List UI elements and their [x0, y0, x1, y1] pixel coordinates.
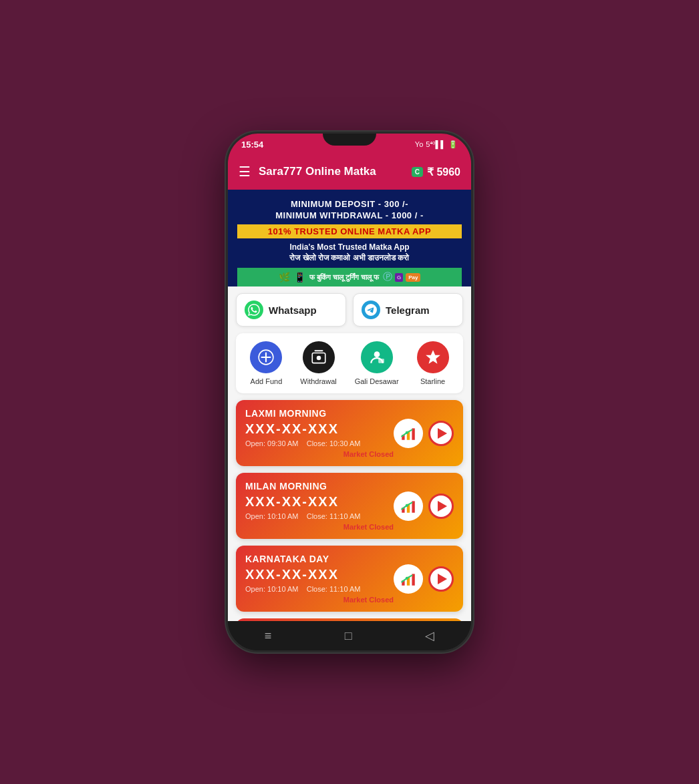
whatsapp-button[interactable]: Whatsapp	[236, 293, 346, 327]
svg-point-3	[374, 351, 380, 357]
market-name-karnataka: KARNATAKA DAY	[245, 554, 394, 564]
add-fund-icon	[250, 341, 282, 373]
gali-desawar-button[interactable]: Gali Desawar	[355, 341, 399, 385]
battery-icon: 🔋	[448, 140, 458, 149]
telegram-icon	[362, 301, 380, 319]
app-header: ☰ Sara777 Online Matka C ₹ 5960	[228, 154, 471, 190]
market-name-milan: MILAN MORNING	[245, 481, 394, 492]
banner-booking-text: फ बुकिंग चालू टुर्निंग चालू फ	[309, 273, 379, 282]
promo-banner: MINIMUM DEPOSIT - 300 /- MINIMUM WITHDRA…	[228, 190, 471, 286]
play-button-laxmi[interactable]	[428, 421, 454, 446]
market-result-karnataka: XXX-XX-XXX	[245, 567, 394, 582]
market-result-laxmi: XXX-XX-XXX	[245, 421, 394, 437]
whatsapp-icon	[245, 301, 263, 319]
paytm-icon: Pay	[406, 273, 420, 282]
banner-line2: MINIMUM WITHDRAWAL - 1000 / -	[237, 210, 462, 220]
network-icon: Yo	[415, 140, 423, 148]
market-time-milan: Open: 10:10 AM Close: 11:10 AM	[245, 512, 394, 520]
play-triangle-icon-karnataka	[438, 574, 447, 584]
phone-frame: 15:54 Yo 5⁴⁰▌▌ 🔋 ☰ Sara777 Online Matka …	[226, 132, 473, 652]
nav-back-icon[interactable]: ◁	[425, 628, 434, 643]
market-time-karnataka: Open: 10:10 AM Close: 11:10 AM	[245, 585, 394, 593]
market-status-karnataka: Market Closed	[245, 596, 394, 604]
telegram-label: Telegram	[386, 305, 430, 316]
bottom-nav: ≡ □ ◁	[228, 621, 471, 650]
whatsapp-label: Whatsapp	[269, 305, 317, 316]
market-result-milan: XXX-XX-XXX	[245, 494, 394, 510]
balance-icon: C	[412, 167, 423, 177]
payment-icons: Ⓟ G Pay	[383, 271, 420, 283]
gali-label: Gali Desawar	[355, 377, 399, 385]
telegram-button[interactable]: Telegram	[353, 293, 463, 327]
play-triangle-icon-milan	[438, 501, 447, 512]
svg-point-2	[316, 356, 321, 361]
banner-bottom: 🌿 📱 फ बुकिंग चालू टुर्निंग चालू फ Ⓟ G Pa…	[237, 268, 462, 286]
add-fund-button[interactable]: Add Fund	[250, 341, 282, 385]
chart-button-milan[interactable]	[394, 492, 423, 521]
notch	[323, 134, 376, 146]
chart-button-karnataka[interactable]	[394, 564, 423, 594]
play-button-milan[interactable]	[428, 494, 454, 519]
contact-buttons: Whatsapp Telegram	[228, 286, 471, 333]
signal-bars: 5⁴⁰▌▌	[426, 140, 446, 149]
gali-icon	[361, 341, 393, 373]
svg-point-9	[406, 431, 408, 433]
withdrawal-label: Withdrawal	[300, 377, 336, 385]
banner-india: India's Most Trusted Matka App	[237, 242, 462, 252]
banner-line1: MINIMUM DEPOSIT - 300 /-	[237, 199, 462, 209]
svg-rect-4	[378, 359, 384, 363]
play-button-karnataka[interactable]	[428, 566, 454, 592]
add-fund-label: Add Fund	[251, 377, 283, 385]
milan-morning-card: MILAN MORNING XXX-XX-XXX Open: 10:10 AM …	[236, 473, 463, 539]
starline-label: Starline	[420, 377, 445, 385]
banner-hindi: रोज खेलो रोज कमाओ अभी डाउनलोड करो	[237, 253, 462, 262]
market-time-laxmi: Open: 09:30 AM Close: 10:30 AM	[245, 439, 394, 447]
screen-content: MINIMUM DEPOSIT - 300 /- MINIMUM WITHDRA…	[228, 190, 471, 621]
gpay-icon: G	[395, 273, 403, 282]
status-time: 15:54	[241, 140, 263, 150]
menu-button[interactable]: ☰	[239, 164, 251, 180]
svg-point-13	[406, 504, 408, 506]
withdrawal-button[interactable]: Withdrawal	[300, 341, 336, 385]
market-name-laxmi: LAXMI MORNING	[245, 408, 394, 419]
nav-home-icon[interactable]: □	[345, 629, 352, 643]
chart-button-laxmi[interactable]	[394, 419, 423, 448]
banner-trusted: 101% TRUSTED ONLINE MATKA APP	[237, 224, 462, 238]
status-icons: Yo 5⁴⁰▌▌ 🔋	[415, 140, 458, 149]
market-status-milan: Market Closed	[245, 523, 394, 531]
balance-amount: ₹ 5960	[427, 166, 460, 178]
app-title: Sara777 Online Matka	[259, 165, 404, 178]
nav-menu-icon[interactable]: ≡	[265, 629, 272, 643]
starline-icon	[417, 341, 449, 373]
svg-marker-5	[426, 350, 440, 364]
laxmi-morning-card: LAXMI MORNING XXX-XX-XXX Open: 09:30 AM …	[236, 400, 463, 466]
quick-actions-panel: Add Fund Withdrawal	[236, 333, 463, 393]
svg-point-17	[406, 576, 408, 579]
header-balance: C ₹ 5960	[412, 166, 460, 178]
karnataka-day-card: KARNATAKA DAY XXX-XX-XXX Open: 10:10 AM …	[236, 546, 463, 612]
starline-button[interactable]: Starline	[417, 341, 449, 385]
withdrawal-icon	[303, 341, 335, 373]
play-triangle-icon	[438, 428, 447, 439]
market-status-laxmi: Market Closed	[245, 450, 394, 458]
